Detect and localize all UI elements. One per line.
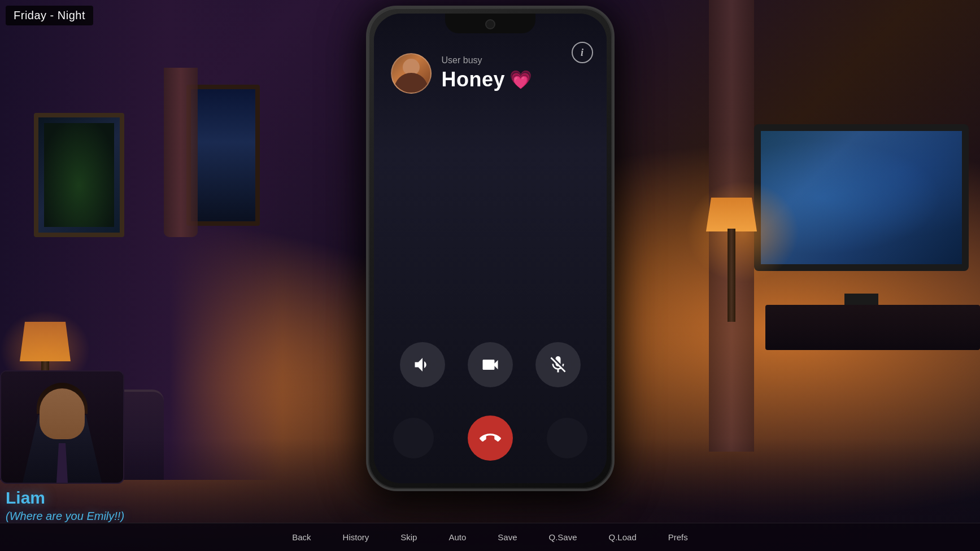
phone-notch <box>445 14 535 33</box>
info-button[interactable]: i <box>572 42 593 63</box>
contact-avatar <box>391 53 432 94</box>
curtain-left <box>164 68 198 237</box>
phone-button-vol-down <box>366 155 368 194</box>
end-call-button[interactable] <box>468 416 513 461</box>
video-button[interactable] <box>468 342 513 387</box>
mute-icon <box>548 355 568 375</box>
character-name: Liam <box>0 484 158 510</box>
speaker-button[interactable] <box>400 342 445 387</box>
contact-status-text: User busy <box>442 55 533 65</box>
phone-screen: i User busy Honey 💗 <box>374 14 607 483</box>
phone-button-mute <box>366 76 368 98</box>
call-middle-area <box>374 105 607 331</box>
contact-info: User busy Honey 💗 <box>442 55 533 91</box>
contact-name-text: Honey <box>442 68 506 91</box>
prefs-button[interactable]: Prefs <box>664 530 692 544</box>
ghost-right-button <box>547 418 587 458</box>
qload-button[interactable]: Q.Load <box>604 530 641 544</box>
character-portrait <box>0 370 124 484</box>
phone-wrapper: i User busy Honey 💗 <box>366 6 615 491</box>
back-button[interactable]: Back <box>288 530 315 544</box>
save-button[interactable]: Save <box>493 530 521 544</box>
room-right <box>641 0 980 508</box>
toolbar: Back History Skip Auto Save Q.Save Q.Loa… <box>0 523 980 551</box>
history-button[interactable]: History <box>338 530 374 544</box>
right-lamp <box>720 198 743 322</box>
phone-button-vol-up <box>366 107 368 146</box>
phone-button-power <box>613 110 615 166</box>
picture-frame <box>34 113 124 237</box>
character-dialog: (Where are you Emily!!) <box>0 510 158 523</box>
speaker-icon <box>412 355 433 375</box>
character-overlay: Liam (Where are you Emily!!) <box>0 370 158 523</box>
phone-body: i User busy Honey 💗 <box>366 6 615 491</box>
mute-button[interactable] <box>535 342 581 387</box>
ghost-left-button <box>393 418 434 458</box>
qsave-button[interactable]: Q.Save <box>545 530 582 544</box>
end-call-icon <box>480 427 501 449</box>
call-actions-row <box>374 331 607 399</box>
video-icon <box>480 355 500 375</box>
day-badge: Friday - Night <box>6 6 93 25</box>
end-call-row <box>374 410 607 483</box>
skip-button[interactable]: Skip <box>396 530 421 544</box>
contact-heart-icon: 💗 <box>509 69 532 90</box>
auto-button[interactable]: Auto <box>444 530 471 544</box>
call-screen: i User busy Honey 💗 <box>374 14 607 483</box>
